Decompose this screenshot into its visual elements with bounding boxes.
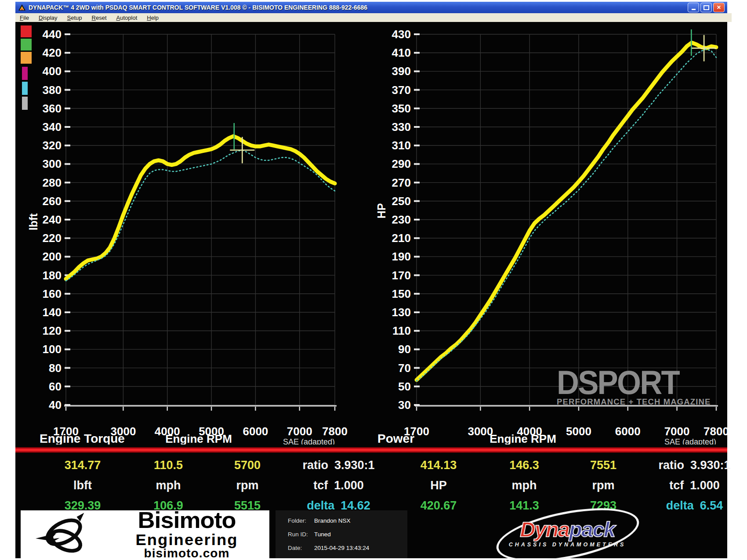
cursor1-power-value: 414.13 — [392, 459, 485, 472]
svg-text:440: 440 — [43, 28, 62, 41]
cursor-2-cross[interactable] — [692, 35, 716, 61]
axes — [64, 406, 337, 411]
tcf-readout: tcf1.000 — [643, 479, 746, 492]
svg-text:7000: 7000 — [287, 425, 312, 438]
dsport-watermark-subtitle: PERFORMANCE + TECH MAGAZINE — [557, 397, 719, 407]
separator-bar — [15, 447, 727, 453]
rpm-unit: rpm — [208, 479, 287, 492]
cursor1-rpm-value: 7551 — [564, 459, 643, 472]
menu-display[interactable]: Display — [39, 14, 58, 21]
svg-text:70: 70 — [398, 361, 411, 375]
svg-text:230: 230 — [392, 213, 411, 226]
svg-text:50: 50 — [398, 380, 411, 393]
cursor1-speed-value: 110.5 — [129, 459, 208, 472]
menu-reset[interactable]: Reset — [92, 14, 107, 21]
dynapack-tagline: CHASSIS DYNAMOMETERS — [493, 542, 641, 548]
svg-text:6000: 6000 — [243, 425, 268, 438]
close-button[interactable]: ✕ — [713, 3, 725, 12]
svg-text:90: 90 — [398, 343, 411, 356]
svg-text:140: 140 — [43, 306, 62, 319]
svg-text:170: 170 — [392, 269, 411, 282]
speed-unit: mph — [129, 479, 208, 492]
svg-text:290: 290 — [392, 157, 411, 170]
dsport-watermark-title: DSPORT — [557, 369, 712, 396]
menu-file[interactable]: File — [20, 14, 29, 21]
restore-button[interactable] — [700, 3, 712, 12]
menu-bar: File Display Setup Reset Autoplot Help — [15, 13, 732, 22]
minimize-button[interactable] — [688, 3, 699, 12]
svg-text:220: 220 — [43, 231, 62, 245]
bisimoto-engineering: Engineering — [101, 532, 272, 548]
x-axis-title: Engine RPM — [490, 432, 556, 444]
cursor2-speed-value: 141.3 — [485, 499, 564, 513]
x-axis-labels: 1700300040005000600070007800 — [404, 425, 729, 438]
svg-text:200: 200 — [43, 250, 62, 263]
svg-text:7800: 7800 — [322, 425, 348, 438]
svg-text:110: 110 — [392, 324, 411, 337]
svg-text:160: 160 — [43, 287, 62, 300]
session-date: Date: 2015-04-29 13:43:24 — [288, 545, 407, 551]
chart-title: Engine Torque — [40, 432, 125, 444]
menu-autoplot[interactable]: Autoplot — [116, 14, 138, 21]
series-torque-tuned — [66, 136, 335, 279]
y-axis-title: HP — [375, 203, 388, 219]
sae-correction-note: SAE (adapted) — [283, 437, 335, 444]
legend-swatch-orange — [21, 52, 32, 64]
app-icon — [18, 4, 26, 11]
svg-text:100: 100 — [43, 343, 62, 356]
bisimoto-text: Bisimoto Engineering bisimoto.com — [101, 509, 272, 560]
ratio-readout: ratio3.930:1 — [287, 459, 390, 472]
svg-text:7800: 7800 — [703, 425, 729, 438]
dsport-watermark: DSPORT PERFORMANCE + TECH MAGAZINE — [557, 369, 724, 407]
legend-swatch-magenta — [22, 67, 28, 80]
svg-text:40: 40 — [49, 398, 62, 412]
cursor1-torque-value: 314.77 — [36, 459, 129, 472]
window-controls: ✕ — [688, 3, 725, 12]
menu-help[interactable]: Help — [147, 14, 159, 21]
svg-text:260: 260 — [43, 195, 62, 208]
svg-text:240: 240 — [43, 213, 62, 226]
gridlines — [417, 34, 716, 405]
title-bar: DYNAPACK™ 4 2WD with PSDAQ SMART CONTROL… — [15, 2, 727, 13]
svg-text:5000: 5000 — [566, 425, 591, 438]
svg-text:150: 150 — [392, 287, 411, 300]
session-info: Folder: Brandon NSX Run ID: Tuned Date: … — [276, 510, 407, 558]
readout-panel-torque: 314.77 110.5 5700 ratio3.930:1 lbft mph … — [36, 455, 390, 516]
svg-text:340: 340 — [43, 120, 62, 134]
svg-text:210: 210 — [392, 231, 411, 245]
series-torque-baseline — [66, 150, 335, 281]
tcf-readout: tcf1.000 — [287, 479, 390, 492]
svg-text:420: 420 — [43, 46, 62, 59]
bisimoto-name: Bisimoto — [101, 509, 272, 532]
svg-text:330: 330 — [392, 120, 411, 134]
svg-text:310: 310 — [392, 139, 411, 152]
svg-text:250: 250 — [392, 195, 411, 208]
chart-title: Power — [377, 432, 414, 444]
bisimoto-url: bisimoto.com — [101, 548, 272, 560]
power-unit: HP — [392, 479, 485, 492]
legend-swatch-gray — [22, 97, 28, 110]
svg-text:7000: 7000 — [664, 425, 690, 438]
session-run-id: Run ID: Tuned — [288, 531, 407, 538]
svg-text:400: 400 — [43, 65, 62, 78]
dynapack-wordmark: Dynapack — [493, 519, 641, 540]
svg-text:190: 190 — [392, 250, 411, 263]
ratio-readout: ratio3.930:1 — [643, 459, 746, 472]
dyno-software-window: DYNAPACK™ 4 2WD with PSDAQ SMART CONTROL… — [15, 2, 727, 558]
svg-text:120: 120 — [43, 324, 62, 337]
readout-panel-power: 414.13 146.3 7551 ratio3.930:1 HP mph rp… — [392, 455, 746, 516]
rpm-unit: rpm — [564, 479, 643, 492]
sae-correction-note: SAE (adapted) — [664, 437, 716, 444]
legend-swatch-green — [21, 39, 32, 51]
svg-text:390: 390 — [392, 65, 411, 78]
svg-text:300: 300 — [43, 157, 62, 170]
cursor1-rpm-value: 5700 — [208, 459, 287, 472]
bisimoto-logo: Bisimoto Engineering bisimoto.com — [21, 510, 269, 558]
svg-text:360: 360 — [43, 102, 62, 115]
torque-chart[interactable]: 4060801001201401601802002202402602803003… — [18, 22, 371, 444]
torque-unit: lbft — [36, 479, 129, 492]
dynapack-logo: Dynapack CHASSIS DYNAMOMETERS — [493, 513, 641, 556]
menu-setup[interactable]: Setup — [67, 14, 82, 21]
svg-text:270: 270 — [392, 176, 411, 189]
magazine-page: DYNAPACK™ 4 2WD with PSDAQ SMART CONTROL… — [0, 0, 747, 560]
